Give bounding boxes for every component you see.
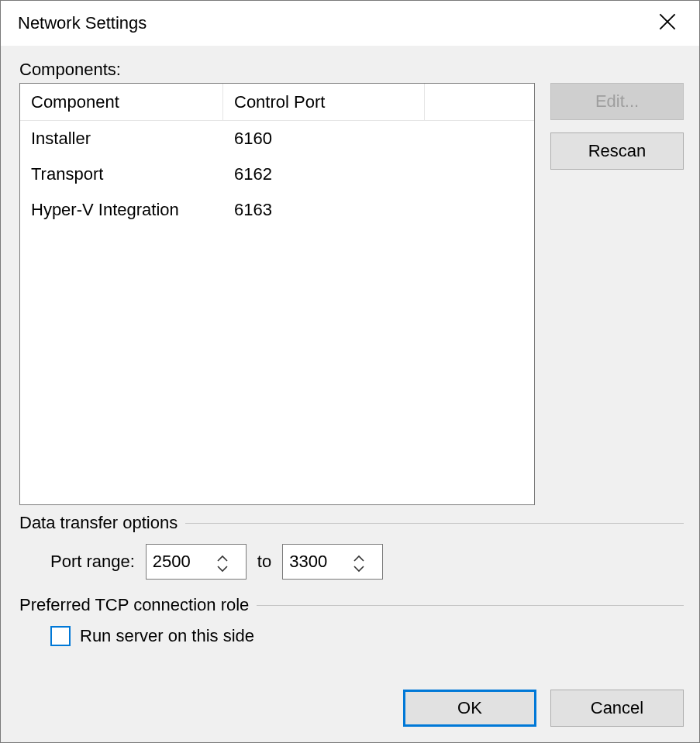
table-row[interactable]: Hyper-V Integration 6163 [20, 192, 534, 228]
spin-buttons [345, 552, 373, 572]
data-transfer-legend: Data transfer options [19, 513, 684, 533]
dialog-body: Components: Component Control Port Insta… [1, 46, 699, 742]
column-control-port[interactable]: Control Port [223, 84, 425, 121]
side-buttons: Edit... Rescan [550, 83, 684, 505]
port-range-label: Port range: [50, 552, 135, 572]
network-settings-dialog: Network Settings Components: Component C… [0, 0, 700, 743]
close-icon [659, 13, 676, 34]
tcp-role-group: Preferred TCP connection role Run server… [19, 595, 684, 654]
spin-buttons [209, 552, 236, 572]
data-transfer-group: Data transfer options Port range: [19, 513, 684, 587]
port-range-to-label: to [257, 552, 271, 572]
cell-component: Hyper-V Integration [20, 200, 223, 220]
chevron-down-icon [353, 557, 364, 577]
components-table[interactable]: Component Control Port Installer 6160 Tr… [19, 83, 535, 505]
port-range-to[interactable] [282, 544, 383, 580]
port-range-from-input[interactable] [147, 552, 209, 572]
data-transfer-legend-text: Data transfer options [19, 513, 178, 533]
cell-port: 6163 [223, 200, 425, 220]
chevron-down-icon [217, 557, 228, 577]
tcp-role-legend: Preferred TCP connection role [19, 595, 684, 615]
divider [257, 605, 684, 606]
table-body: Installer 6160 Transport 6162 Hyper-V In… [20, 121, 534, 228]
port-range-to-input[interactable] [283, 552, 345, 572]
column-component[interactable]: Component [20, 84, 223, 121]
spin-down-button[interactable] [216, 562, 229, 572]
window-title: Network Settings [18, 13, 147, 33]
divider [185, 523, 684, 524]
port-range-from[interactable] [146, 544, 247, 580]
spin-down-button[interactable] [352, 562, 366, 572]
dialog-footer: OK Cancel [19, 677, 684, 727]
port-range-row: Port range: to [19, 533, 684, 587]
table-header: Component Control Port [20, 84, 534, 121]
cell-component: Installer [20, 129, 223, 149]
run-server-checkbox[interactable] [50, 626, 71, 646]
cancel-button[interactable]: Cancel [550, 690, 684, 727]
components-row: Component Control Port Installer 6160 Tr… [19, 83, 684, 505]
cell-port: 6162 [223, 164, 425, 184]
cell-port: 6160 [223, 129, 425, 149]
run-server-row[interactable]: Run server on this side [19, 615, 684, 654]
ok-button[interactable]: OK [403, 690, 536, 727]
rescan-button[interactable]: Rescan [550, 132, 684, 170]
components-label: Components: [19, 60, 684, 80]
run-server-label: Run server on this side [80, 626, 254, 646]
close-button[interactable] [650, 5, 685, 41]
table-row[interactable]: Transport 6162 [20, 157, 534, 192]
table-row[interactable]: Installer 6160 [20, 121, 534, 157]
edit-button: Edit... [550, 83, 684, 120]
cell-component: Transport [20, 164, 223, 184]
titlebar: Network Settings [1, 1, 699, 46]
column-spacer [425, 84, 534, 121]
tcp-role-legend-text: Preferred TCP connection role [19, 595, 249, 615]
